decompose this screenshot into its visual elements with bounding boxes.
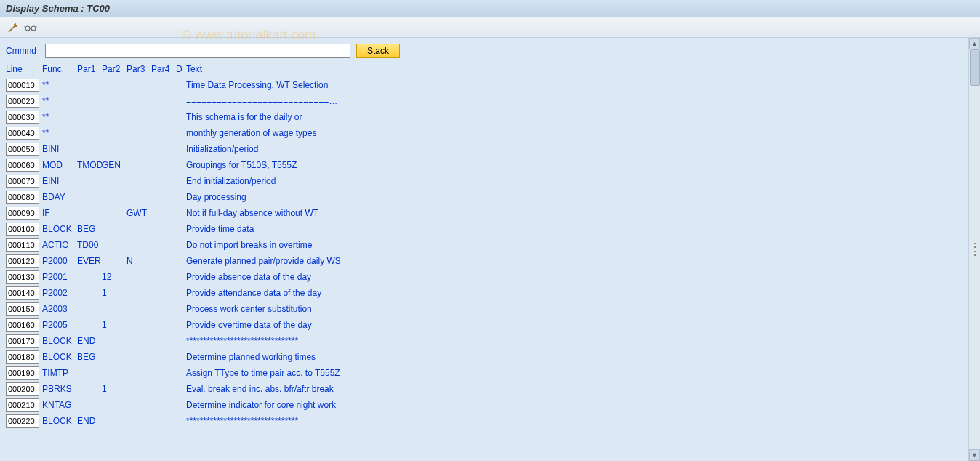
line-input[interactable] [6, 207, 39, 220]
table-row: BLOCKEND********************************… [6, 413, 974, 429]
table-row: IFGWTNot if full-day absence without WT [6, 205, 974, 221]
line-input[interactable] [6, 350, 39, 364]
cell-text: Day processing [186, 192, 974, 202]
cell-func: KNTAG [42, 400, 77, 410]
scroll-down-icon[interactable]: ▼ [969, 449, 980, 461]
line-input[interactable] [6, 127, 39, 140]
cell-func: ACTIO [42, 240, 77, 250]
cell-text: End initialization/period [186, 176, 974, 186]
table-row: BLOCKEND********************************… [6, 333, 974, 349]
line-input[interactable] [6, 143, 39, 156]
header-par2: Par2 [102, 64, 126, 74]
cell-text: Provide attendance data of the day [186, 288, 974, 298]
table-row: TIMTPAssign TType to time pair acc. to T… [6, 365, 974, 381]
table-row: P20021Provide attendance data of the day [6, 285, 974, 301]
cell-func: ** [42, 112, 77, 122]
cell-func: ** [42, 96, 77, 106]
title-bar: Display Schema : TC00 [0, 0, 980, 17]
content-area: Cmmnd Stack Line Func. Par1 Par2 Par3 Pa… [0, 38, 980, 461]
cell-func: IF [42, 208, 77, 218]
table-header: Line Func. Par1 Par2 Par3 Par4 D Text [6, 63, 974, 76]
table-row: **This schema is for the daily or [6, 109, 974, 125]
cell-text: Not if full-day absence without WT [186, 208, 974, 218]
table-row: A2003Process work center substitution [6, 301, 974, 317]
line-input[interactable] [6, 366, 39, 380]
cell-text: Groupings for T510S, T555Z [186, 160, 974, 170]
cell-par2: 12 [102, 272, 126, 282]
glasses-icon[interactable] [23, 20, 38, 35]
cell-text: ============================… [186, 96, 974, 106]
line-input[interactable] [6, 382, 39, 396]
scroll-up-icon[interactable]: ▲ [969, 38, 980, 49]
table-row: BDAYDay processing [6, 189, 974, 205]
vertical-scrollbar[interactable]: ▲ ▼ [968, 38, 980, 461]
cell-func: BLOCK [42, 416, 77, 426]
line-input[interactable] [6, 111, 39, 124]
line-input[interactable] [6, 286, 39, 300]
cell-text: ********************************* [186, 416, 974, 426]
table-row: BINIInitialization/period [6, 141, 974, 157]
svg-point-0 [25, 26, 30, 31]
line-input[interactable] [6, 318, 39, 332]
wand-icon[interactable] [6, 20, 20, 35]
cell-func: BDAY [42, 192, 77, 202]
cell-text: ********************************* [186, 336, 974, 346]
cell-par1: END [77, 336, 102, 346]
cell-text: Initialization/period [186, 144, 974, 154]
scroll-thumb[interactable] [970, 49, 980, 86]
header-par3: Par3 [126, 64, 151, 74]
table-row: PBRKS1Eval. break end inc. abs. bfr/aftr… [6, 381, 974, 397]
line-input[interactable] [6, 414, 39, 428]
table-row: EINIEnd initialization/period [6, 173, 974, 189]
cell-func: TIMTP [42, 368, 77, 378]
table-row: BLOCKBEGProvide time data [6, 221, 974, 237]
cell-func: BLOCK [42, 224, 77, 234]
table-row: BLOCKBEGDetermine planned working times [6, 349, 974, 365]
command-row: Cmmnd Stack [6, 44, 974, 58]
line-input[interactable] [6, 191, 39, 204]
line-input[interactable] [6, 270, 39, 284]
header-par1: Par1 [77, 64, 102, 74]
table-row: **monthly generation of wage types [6, 125, 974, 141]
cell-text: Provide absence data of the day [186, 272, 974, 282]
cell-func: P2002 [42, 288, 77, 298]
svg-point-1 [31, 26, 36, 31]
cell-func: EINI [42, 176, 77, 186]
cell-par2: 1 [102, 384, 126, 394]
cell-par1: BEG [77, 352, 102, 362]
cell-par3: GWT [126, 208, 151, 218]
line-input[interactable] [6, 302, 39, 316]
cell-par2: 1 [102, 288, 126, 298]
command-input[interactable] [45, 44, 350, 58]
cell-func: P2000 [42, 256, 77, 266]
line-input[interactable] [6, 223, 39, 236]
line-input[interactable] [6, 334, 39, 348]
table-row: P200112Provide absence data of the day [6, 269, 974, 285]
command-label: Cmmnd [6, 46, 42, 56]
stack-button[interactable]: Stack [356, 44, 400, 58]
cell-par1: END [77, 416, 102, 426]
header-par4: Par4 [151, 64, 176, 74]
cell-par2: 1 [102, 320, 126, 330]
cell-text: Do not import breaks in overtime [186, 240, 974, 250]
header-line: Line [6, 64, 42, 74]
cell-par3: N [126, 256, 151, 266]
cell-par1: EVER [77, 256, 102, 266]
cell-text: Generate planned pair/provide daily WS [186, 256, 974, 266]
table-row: P2000EVERNGenerate planned pair/provide … [6, 253, 974, 269]
table-row: MODTMODGENGroupings for T510S, T555Z [6, 157, 974, 173]
line-input[interactable] [6, 254, 39, 268]
line-input[interactable] [6, 175, 39, 188]
cell-par1: TMOD [77, 160, 102, 170]
line-input[interactable] [6, 95, 39, 108]
header-d: D [176, 64, 186, 74]
line-input[interactable] [6, 398, 39, 412]
cell-text: Eval. break end inc. abs. bfr/aftr break [186, 384, 974, 394]
line-input[interactable] [6, 238, 39, 252]
table-row: **============================… [6, 93, 974, 109]
cell-func: P2005 [42, 320, 77, 330]
cell-func: ** [42, 80, 77, 90]
line-input[interactable] [6, 159, 39, 172]
cell-func: P2001 [42, 272, 77, 282]
line-input[interactable] [6, 79, 39, 92]
